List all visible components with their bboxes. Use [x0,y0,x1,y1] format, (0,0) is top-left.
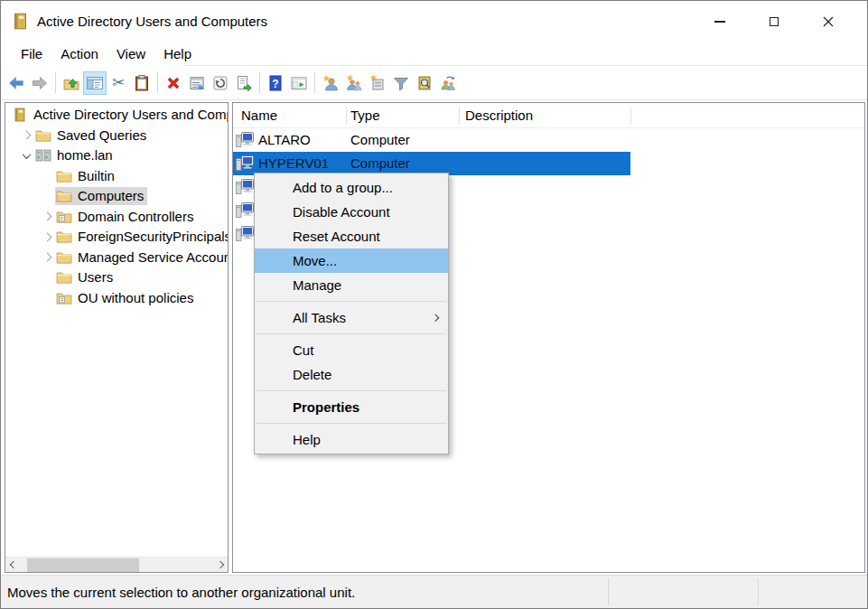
new-organizational-unit-button[interactable] [366,71,389,95]
column-divider[interactable] [459,107,460,125]
tree-item-label: Builtin [78,168,115,184]
status-bar-divider [608,578,609,605]
context-menu-item-properties[interactable]: Properties [255,395,448,419]
context-menu-item-help[interactable]: Help [255,427,448,452]
context-menu-item-reset-account[interactable]: Reset Account [255,224,448,248]
scroll-right-button[interactable] [212,557,228,572]
properties-button[interactable] [185,71,209,95]
tree-item-root[interactable]: Active Directory Users and Comp [5,105,228,126]
menu-help[interactable]: Help [154,43,201,64]
column-divider[interactable] [346,107,347,125]
tree-item-label: Domain Controllers [78,209,193,225]
computer-icon [236,132,254,147]
column-header-name[interactable]: Name [241,108,277,123]
console-tree-pane: Active Directory Users and Comp Saved Qu… [5,102,229,573]
refresh-users-icon [439,74,457,92]
show-console-tree-button[interactable] [83,71,107,95]
cell-type: Computer [350,155,410,171]
context-menu-item-delete[interactable]: Delete [255,362,448,387]
tree-item-label: Users [78,269,113,286]
refresh-button[interactable] [209,71,232,95]
expander [39,288,55,309]
filter-button[interactable] [389,71,413,95]
forward-icon [31,74,49,92]
maximize-button[interactable] [753,8,794,35]
expander[interactable] [39,248,55,268]
column-header-description[interactable]: Description [465,108,533,123]
tree-item-users[interactable]: Users [5,267,228,288]
cut-button[interactable]: ✂ [107,71,130,95]
find-icon [415,74,434,92]
context-menu-item-add-to-a-group[interactable]: Add to a group... [255,175,448,200]
menu-item-label: Reset Account [293,229,380,244]
expander[interactable] [39,227,55,248]
new-user-button[interactable] [319,71,342,95]
scrollbar-thumb[interactable] [27,558,139,572]
svg-text:?: ? [272,77,278,89]
context-menu-separator [257,301,446,302]
folder-icon [56,270,72,285]
context-menu-item-cut[interactable]: Cut [255,338,448,362]
expander[interactable] [39,207,55,228]
paste-button[interactable] [130,71,154,95]
tree-item-home-lan[interactable]: home.lan [5,145,228,166]
tree-item-builtin[interactable]: Builtin [5,166,228,187]
expander[interactable] [18,145,34,166]
menu-file[interactable]: File [12,43,51,64]
chevron-down-icon [22,150,31,159]
tree-item-managed-service-accounts[interactable]: Managed Service Accoun [5,248,228,268]
find-button[interactable] [413,71,436,95]
tree-item-foreign-security-principals[interactable]: ForeignSecurityPrincipals [5,227,228,248]
context-menu-item-all-tasks[interactable]: All Tasks [255,305,448,330]
expander [39,267,55,288]
context-menu-separator [257,423,446,424]
cut-icon: ✂ [112,75,125,90]
forward-button[interactable] [28,71,51,95]
context-menu-separator [257,333,446,334]
back-button[interactable] [5,71,28,95]
tree-item-saved-queries[interactable]: Saved Queries [5,126,228,146]
tree-item-computers[interactable]: Computers [5,186,228,207]
status-bar: Moves the current selection to another o… [1,575,867,608]
organizational-unit-icon [56,291,72,305]
menu-view[interactable]: View [107,43,154,64]
context-menu-item-move[interactable]: Move... [255,248,448,273]
refresh-icon [211,74,229,92]
menu-action[interactable]: Action [51,43,107,64]
new-window-button[interactable] [287,71,311,95]
paste-icon [133,74,151,92]
tree-item-ou-without-policies[interactable]: OU without policies [5,288,228,309]
context-menu-item-disable-account[interactable]: Disable Account [255,200,448,224]
show-console-tree-icon [86,74,104,92]
tree-item-domain-controllers[interactable]: Domain Controllers [5,207,228,228]
horizontal-scrollbar[interactable] [5,557,228,572]
menu-item-label: Properties [293,399,359,415]
toolbar: ✂ [1,66,867,100]
column-divider[interactable] [630,107,631,125]
expander[interactable] [18,126,34,146]
help-button[interactable]: ? [264,71,287,95]
console-icon [12,13,29,30]
maximize-icon [770,17,779,26]
up-one-level-button[interactable] [60,71,83,95]
column-header-type[interactable]: Type [350,108,380,123]
chevron-right-icon [22,131,31,140]
toolbar-separator [259,72,260,93]
list-row-altaro[interactable]: ALTARO Computer [233,128,864,152]
help-icon: ? [266,74,285,92]
aduc-window: Active Directory Users and Computers Fil… [0,0,868,609]
close-button[interactable] [807,8,848,35]
export-list-button[interactable] [232,71,256,95]
delete-button[interactable] [162,71,185,95]
minimize-button[interactable] [699,8,740,35]
folder-icon [56,230,72,244]
folder-icon [56,250,72,265]
context-menu-item-manage[interactable]: Manage [255,273,448,297]
refresh-users-button[interactable] [436,71,460,95]
scroll-left-button[interactable] [5,557,21,572]
computer-icon [236,179,254,194]
toolbar-separator [157,72,158,93]
new-group-button[interactable] [342,71,366,95]
cell-name: ALTARO [258,132,311,147]
toolbar-separator [55,72,56,93]
